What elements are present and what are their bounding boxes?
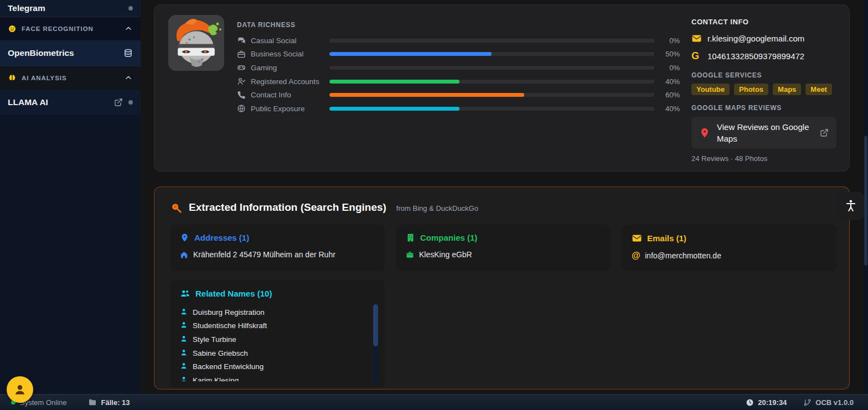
- chevron-up-icon: [124, 24, 133, 33]
- google-g-icon: G: [691, 51, 702, 61]
- extracted-header: Extracted Information (Search Engines) f…: [170, 201, 478, 214]
- richness-row: Gaming0%: [237, 61, 680, 75]
- external-link-icon: [820, 128, 829, 137]
- briefcase-icon: [237, 49, 246, 59]
- profile-avatar: [168, 15, 224, 71]
- view-reviews-label: View Reviews on Google Maps: [717, 121, 820, 144]
- list-item[interactable]: Backend Entwicklung: [180, 360, 366, 373]
- git-branch-icon: [803, 398, 812, 407]
- google-id-row[interactable]: G 104613328509379899472: [691, 50, 836, 61]
- view-reviews-button[interactable]: View Reviews on Google Maps: [691, 117, 836, 149]
- accessibility-button[interactable]: [837, 192, 864, 220]
- addresses-card: Addresses (1) Krähenfeld 2 45479 Mülheim…: [170, 225, 385, 271]
- richness-row: Contact Info60%: [237, 88, 680, 102]
- main-content: DATA RICHNESS Casual Social0%Business So…: [141, 0, 868, 394]
- person-icon: [180, 349, 188, 358]
- maps-reviews-label: GOOGLE MAPS REVIEWS: [691, 104, 836, 112]
- progress-bar-track: [329, 107, 655, 111]
- sidebar-section-face-recognition[interactable]: FACE RECOGNITION: [0, 17, 141, 40]
- sidebar: Telegram FACE RECOGNITION OpenBiometrics…: [0, 0, 141, 394]
- sidebar-item-telegram[interactable]: Telegram: [0, 0, 141, 17]
- user-avatar-button[interactable]: [7, 376, 33, 403]
- building-icon: [406, 233, 415, 242]
- richness-percent: 0%: [659, 64, 680, 72]
- search-icon: [170, 201, 182, 214]
- accessibility-icon: [844, 199, 858, 213]
- data-richness-rows: Casual Social0%Business Social50%Gaming0…: [237, 34, 680, 116]
- database-icon: [123, 49, 133, 58]
- list-item[interactable]: @info@merchmotten.de: [632, 249, 826, 262]
- face-icon: [8, 24, 17, 33]
- mail-icon: [632, 233, 642, 243]
- companies-card: Companies (1) KlesKing eGbR: [396, 225, 611, 271]
- sidebar-item-openbiometrics[interactable]: OpenBiometrics: [0, 40, 141, 66]
- status-dot-icon: [128, 6, 133, 11]
- at-icon: @: [632, 251, 640, 260]
- list-item-label: info@merchmotten.de: [645, 251, 721, 260]
- google-service-badge[interactable]: Youtube: [691, 84, 730, 95]
- richness-label: Gaming: [251, 64, 329, 72]
- list-item[interactable]: Style Turbine: [180, 333, 366, 346]
- google-service-badge[interactable]: Photos: [734, 84, 768, 95]
- clock-icon: [746, 398, 754, 407]
- list-item[interactable]: Studentische Hilfskraft: [180, 319, 366, 333]
- related-names-scrollbar[interactable]: [373, 304, 378, 383]
- emails-title: Emails (1): [647, 233, 686, 243]
- chevron-up-icon: [124, 74, 133, 82]
- app-version: OCB v1.0.0: [815, 398, 854, 407]
- person-icon: [180, 376, 188, 381]
- status-dot-icon: [128, 100, 133, 105]
- list-item[interactable]: Karim Klesing: [180, 373, 366, 381]
- contact-info-title: CONTACT INFO: [691, 18, 836, 26]
- person-icon: [180, 308, 188, 317]
- sidebar-section-label: AI ANALYSIS: [22, 75, 119, 81]
- data-richness-panel: DATA RICHNESS Casual Social0%Business So…: [237, 21, 680, 116]
- richness-label: Public Exposure: [251, 105, 329, 113]
- users-icon: [180, 288, 190, 299]
- page-scrollbar[interactable]: [864, 0, 868, 394]
- briefcase-icon: [406, 251, 414, 259]
- emails-items: @info@merchmotten.de: [622, 243, 836, 262]
- progress-bar-track: [329, 66, 655, 70]
- status-bar: System Online Fälle: 13 20:19:34 OCB v1.…: [0, 394, 868, 410]
- list-item[interactable]: Duisburg Registration: [180, 305, 366, 319]
- google-service-badge[interactable]: Meet: [805, 84, 832, 95]
- related-names-list[interactable]: Duisburg RegistrationStudentische Hilfsk…: [180, 305, 366, 381]
- extracted-subtitle: from Bing & DuckDuckGo: [396, 203, 478, 212]
- list-item[interactable]: Krähenfeld 2 45479 Mülheim an der Ruhr: [180, 248, 375, 261]
- sidebar-item-llama-ai[interactable]: LLAMA AI: [0, 90, 141, 115]
- person-icon: [180, 362, 188, 371]
- progress-bar-track: [329, 52, 655, 56]
- contact-info-panel: CONTACT INFO r.klesing@googlemail.com G …: [691, 18, 836, 163]
- richness-label: Registered Accounts: [251, 77, 329, 86]
- google-id: 104613328509379899472: [707, 51, 804, 61]
- richness-percent: 60%: [659, 91, 680, 99]
- progress-bar-track: [329, 80, 655, 84]
- status-time: 20:19:34: [758, 398, 787, 407]
- list-item-label: Backend Entwicklung: [193, 362, 264, 371]
- google-service-badge[interactable]: Maps: [773, 84, 801, 95]
- page-scrollbar-thumb[interactable]: [864, 136, 867, 266]
- profile-card: DATA RICHNESS Casual Social0%Business So…: [154, 4, 850, 172]
- list-item-label: Style Turbine: [193, 335, 236, 344]
- richness-row: Casual Social0%: [237, 34, 680, 48]
- richness-label: Business Social: [251, 50, 329, 58]
- progress-bar-fill: [329, 107, 459, 111]
- person-icon: [180, 335, 188, 344]
- chat-bubbles-icon: [237, 36, 246, 45]
- scrollbar-thumb[interactable]: [373, 304, 378, 346]
- contact-email: r.klesing@googlemail.com: [707, 34, 804, 43]
- list-item[interactable]: Sabine Griebsch: [180, 346, 366, 360]
- progress-bar-track: [329, 93, 655, 97]
- sidebar-section-ai-analysis[interactable]: AI ANALYSIS: [0, 66, 141, 90]
- cases-count: Fälle: 13: [101, 398, 130, 407]
- extracted-title: Extracted Information (Search Engines): [189, 201, 386, 214]
- contact-email-row[interactable]: r.klesing@googlemail.com: [691, 33, 836, 44]
- richness-percent: 0%: [659, 37, 680, 45]
- phone-icon: [237, 90, 246, 100]
- list-item-label: Studentische Hilfskraft: [193, 321, 267, 330]
- emails-card: Emails (1) @info@merchmotten.de: [622, 225, 836, 271]
- list-item[interactable]: KlesKing eGbR: [406, 248, 601, 261]
- related-names-card: Related Names (10) Duisburg Registration…: [170, 280, 385, 388]
- list-item-label: Karim Klesing: [193, 376, 239, 381]
